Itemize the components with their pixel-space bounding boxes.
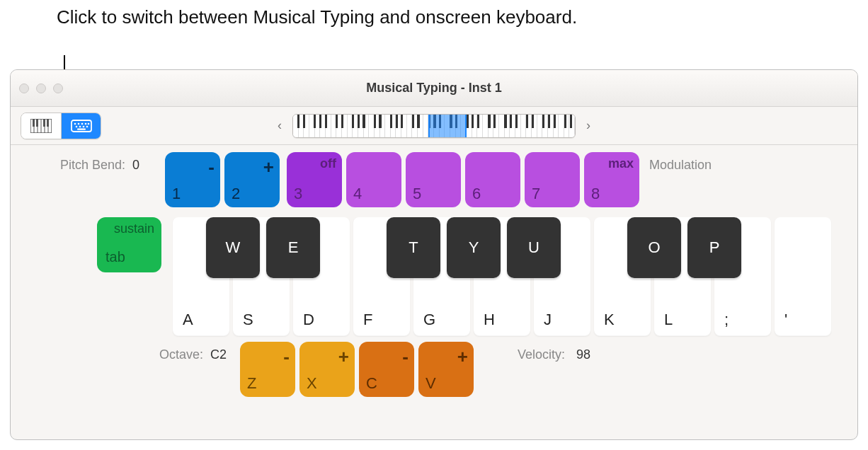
zoom-dot[interactable] (53, 83, 63, 93)
keycap-number: 4 (353, 185, 362, 203)
white-key-label: ' (784, 311, 787, 329)
toolbar: ‹ › (11, 107, 857, 145)
white-key-label: S (243, 311, 253, 329)
mode-toggle (21, 112, 101, 139)
keycap-number: 8 (591, 185, 600, 203)
window-traffic-lights[interactable] (19, 83, 63, 93)
mini-keyboard[interactable] (292, 114, 576, 138)
black-key-U[interactable]: U (507, 217, 561, 278)
range-right-button[interactable]: › (580, 113, 597, 139)
sustain-key[interactable]: sustain tab (97, 217, 161, 272)
keycap-number: X (307, 374, 317, 393)
keycap-number: V (426, 374, 436, 393)
octave-velocity-keys: -Z+X-C+V (240, 342, 474, 397)
svg-rect-9 (47, 119, 49, 127)
modulation-key-8[interactable]: max8 (584, 152, 639, 207)
octave-key-V[interactable]: +V (418, 342, 474, 397)
keycap-number: 3 (294, 185, 302, 203)
row-sustain-notes: sustain tab ASDFGHJKL;'WETYUOP (97, 217, 835, 336)
pitch-bend-key-1[interactable]: -1 (165, 152, 220, 207)
white-key-label: H (484, 311, 495, 329)
svg-point-16 (75, 125, 77, 127)
piano-mode-button[interactable] (21, 113, 61, 139)
modulation-keys: off34567max8 (287, 152, 639, 207)
black-key-P[interactable]: P (687, 217, 741, 278)
velocity-value: 98 (576, 342, 590, 362)
pitch-bend-key-2[interactable]: +2 (224, 152, 280, 207)
svg-point-15 (87, 122, 89, 125)
black-key-label: T (409, 238, 418, 257)
keycap-number: 1 (172, 185, 181, 203)
svg-point-11 (74, 122, 76, 125)
black-key-Y[interactable]: Y (447, 217, 501, 278)
callout-text: Click to switch between Musical Typing a… (57, 6, 577, 29)
svg-rect-7 (36, 119, 38, 127)
range-left-button[interactable]: ‹ (271, 113, 288, 139)
black-key-W[interactable]: W (206, 217, 260, 278)
svg-point-13 (81, 122, 83, 125)
svg-rect-8 (43, 119, 45, 127)
close-dot[interactable] (19, 83, 29, 93)
black-key-label: W (226, 238, 241, 257)
svg-point-12 (77, 122, 79, 125)
piano-icon (30, 119, 52, 133)
keycap-number: 6 (472, 185, 481, 203)
note-keys: ASDFGHJKL;'WETYUOP (173, 217, 835, 336)
minimize-dot[interactable] (36, 83, 46, 93)
octave-key-Z[interactable]: -Z (240, 342, 295, 397)
black-key-label: O (648, 238, 660, 257)
white-key-'[interactable]: ' (775, 217, 831, 336)
window-title: Musical Typing - Inst 1 (11, 81, 857, 96)
svg-point-14 (84, 122, 86, 125)
octave-value: C2 (210, 342, 233, 362)
black-key-label: E (288, 238, 299, 257)
pitch-bend-label: Pitch Bend: (33, 152, 125, 173)
row-pitch-modulation: Pitch Bend: 0 -1+2 off34567max8 Modulati… (33, 152, 835, 207)
white-key-label: D (303, 311, 314, 329)
black-key-label: P (709, 238, 720, 257)
keycap-number: 2 (232, 185, 240, 203)
keycap-symbol: - (402, 346, 409, 368)
keycap-number: C (366, 374, 377, 393)
keycap-symbol: max (608, 156, 634, 171)
keyboard-icon (71, 119, 92, 133)
sustain-keycap-text: tab (105, 249, 125, 265)
modulation-key-6[interactable]: 6 (465, 152, 520, 207)
octave-key-C[interactable]: -C (359, 342, 414, 397)
svg-rect-6 (33, 119, 35, 127)
range-navigator: ‹ › (271, 113, 597, 139)
octave-label: Octave: (147, 342, 203, 362)
svg-point-19 (86, 125, 88, 127)
keyboard-mode-button[interactable] (61, 113, 101, 139)
keycap-number: 5 (413, 185, 421, 203)
content-area: Pitch Bend: 0 -1+2 off34567max8 Modulati… (11, 145, 857, 397)
svg-point-17 (79, 125, 81, 127)
keycap-symbol: + (263, 156, 274, 178)
modulation-key-7[interactable]: 7 (525, 152, 580, 207)
keycap-number: Z (247, 374, 256, 393)
octave-key-X[interactable]: +X (299, 342, 355, 397)
white-key-label: G (423, 311, 435, 329)
black-key-label: Y (469, 238, 479, 257)
musical-typing-window: Musical Typing - Inst 1 (10, 69, 858, 440)
window-titlebar: Musical Typing - Inst 1 (11, 70, 857, 107)
modulation-label: Modulation (649, 152, 712, 173)
modulation-key-5[interactable]: 5 (406, 152, 461, 207)
black-key-O[interactable]: O (627, 217, 681, 278)
pitch-bend-value: 0 (132, 152, 158, 173)
modulation-key-3[interactable]: off3 (287, 152, 342, 207)
white-key-label: L (664, 311, 673, 329)
white-key-label: K (604, 311, 615, 329)
svg-point-18 (82, 125, 84, 127)
keycap-symbol: - (283, 346, 290, 368)
keycap-symbol: - (208, 156, 215, 178)
white-key-label: J (544, 311, 552, 329)
black-key-T[interactable]: T (387, 217, 440, 278)
keycap-symbol: off (320, 156, 336, 171)
white-key-label: ; (724, 311, 729, 329)
keycap-number: 7 (532, 185, 540, 203)
black-key-E[interactable]: E (266, 217, 320, 278)
mini-keyboard-selection[interactable] (428, 115, 467, 137)
modulation-key-4[interactable]: 4 (346, 152, 401, 207)
white-key-label: F (363, 311, 372, 329)
